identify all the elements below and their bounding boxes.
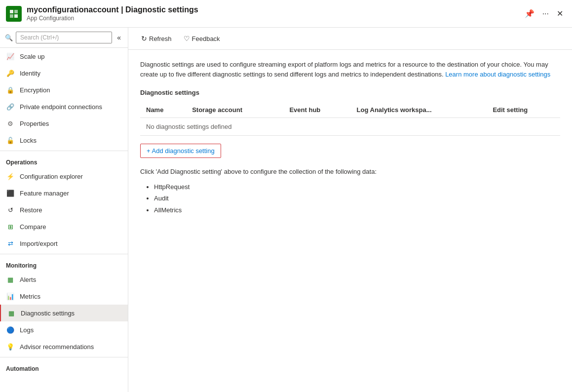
toolbar: ↻ Refresh ♡ Feedback (128, 28, 572, 50)
refresh-icon: ↻ (141, 35, 147, 42)
feedback-button[interactable]: ♡ Feedback (179, 32, 225, 45)
content-body: Diagnostic settings are used to configur… (128, 50, 572, 392)
col-loganalytics: Log Analytics workspa... (351, 102, 487, 118)
content-area: ↻ Refresh ♡ Feedback Diagnostic settings… (128, 28, 572, 392)
svg-rect-1 (14, 10, 18, 13)
add-diagnostic-setting-button[interactable]: + Add diagnostic setting (140, 144, 221, 158)
title-bar-actions: 📌 ··· ✕ (522, 7, 566, 20)
svg-rect-3 (14, 14, 18, 18)
sidebar-item-label: Configuration explorer (20, 173, 83, 180)
sidebar-item-label: Import/export (20, 240, 58, 247)
table-empty-row: No diagnostic settings defined (140, 118, 560, 136)
title-bar-text: myconfigurationaccount | Diagnostic sett… (27, 5, 522, 22)
section-automation: Automation (0, 359, 128, 374)
identity-icon: 🔑 (6, 69, 15, 78)
sidebar-divider-automation (0, 357, 128, 357)
diagnostic-icon: ▦ (7, 309, 16, 317)
restore-icon: ↺ (6, 205, 15, 214)
sidebar-item-config-explorer[interactable]: ⚡ Configuration explorer (0, 168, 128, 185)
import-icon: ⇄ (6, 239, 15, 248)
sidebar-item-private-endpoint[interactable]: 🔗 Private endpoint connections (0, 98, 128, 115)
compare-icon: ⊞ (6, 222, 15, 231)
properties-icon: ⚙ (6, 119, 15, 128)
feature-icon: ⬛ (6, 189, 15, 197)
sidebar-item-metrics[interactable]: 📊 Metrics (0, 288, 128, 305)
sidebar-item-label: Logs (20, 326, 34, 334)
list-item-httprequest: HttpRequest (154, 181, 560, 193)
col-eventhub: Event hub (283, 102, 350, 118)
metrics-icon: 📊 (6, 292, 15, 301)
sidebar-item-label: Alerts (20, 276, 36, 283)
scale-icon: 📈 (6, 52, 15, 61)
collapse-button[interactable]: « (115, 33, 123, 42)
diagnostic-settings-table: Name Storage account Event hub Log Analy… (140, 102, 560, 136)
sidebar-item-label: Compare (20, 223, 46, 231)
sidebar-item-locks[interactable]: 🔓 Locks (0, 132, 128, 149)
sidebar-item-logs[interactable]: 🔵 Logs (0, 321, 128, 338)
col-name: Name (140, 102, 186, 118)
refresh-label: Refresh (149, 35, 172, 42)
sidebar-item-label: Diagnostic settings (21, 310, 75, 317)
section-operations: Operations (0, 153, 128, 168)
main-layout: 🔍 « 📈 Scale up 🔑 Identity 🔒 Encryption 🔗… (0, 28, 572, 392)
locks-icon: 🔓 (6, 136, 15, 145)
refresh-button[interactable]: ↻ Refresh (136, 32, 177, 45)
description-text: Diagnostic settings are used to configur… (140, 60, 560, 79)
page-subtitle: App Configuration (27, 15, 74, 22)
more-options-button[interactable]: ··· (539, 7, 552, 20)
sidebar-item-restore[interactable]: ↺ Restore (0, 201, 128, 218)
sidebar-item-label: Advisor recommendations (20, 343, 94, 351)
sidebar-item-diagnostic-settings[interactable]: ▦ Diagnostic settings (0, 305, 128, 321)
pin-button[interactable]: 📌 (522, 7, 537, 20)
encryption-icon: 🔒 (6, 85, 15, 94)
sidebar-item-identity[interactable]: 🔑 Identity (0, 65, 128, 81)
sidebar-item-label: Encryption (20, 86, 50, 94)
sidebar-item-properties[interactable]: ⚙ Properties (0, 115, 128, 132)
diagnostic-settings-section-title: Diagnostic settings (140, 89, 560, 96)
sidebar-scroll: 📈 Scale up 🔑 Identity 🔒 Encryption 🔗 Pri… (0, 48, 128, 392)
list-item-allmetrics: AllMetrics (154, 204, 560, 216)
collect-items-list: HttpRequest Audit AllMetrics (140, 181, 560, 216)
learn-more-link[interactable]: Learn more about diagnostic settings (445, 71, 550, 78)
sidebar-item-label: Feature manager (20, 190, 69, 197)
title-bar: myconfigurationaccount | Diagnostic sett… (0, 0, 572, 28)
empty-message: No diagnostic settings defined (140, 118, 560, 136)
list-item-audit: Audit (154, 193, 560, 204)
sidebar-item-label: Scale up (20, 53, 45, 60)
sidebar-item-scale-up[interactable]: 📈 Scale up (0, 48, 128, 65)
sidebar-item-compare[interactable]: ⊞ Compare (0, 218, 128, 235)
search-input[interactable] (16, 32, 112, 43)
svg-rect-2 (10, 14, 13, 18)
sidebar-item-label: Identity (20, 70, 40, 77)
explorer-icon: ⚡ (6, 172, 15, 181)
col-storage: Storage account (186, 102, 283, 118)
sidebar-item-label: Properties (20, 120, 49, 127)
sidebar-item-alerts[interactable]: ▦ Alerts (0, 271, 128, 288)
sidebar-item-import-export[interactable]: ⇄ Import/export (0, 235, 128, 252)
sidebar-divider-operations (0, 151, 128, 151)
search-icon: 🔍 (5, 34, 13, 41)
sidebar-search-bar: 🔍 « (0, 28, 128, 48)
logs-icon: 🔵 (6, 325, 15, 334)
sidebar-item-advisor-recommendations[interactable]: 💡 Advisor recommendations (0, 338, 128, 355)
advisor-icon: 💡 (6, 342, 15, 351)
endpoint-icon: 🔗 (6, 102, 15, 111)
svg-rect-0 (10, 10, 13, 13)
sidebar-item-label: Locks (20, 137, 37, 144)
sidebar: 🔍 « 📈 Scale up 🔑 Identity 🔒 Encryption 🔗… (0, 28, 128, 392)
collect-description: Click 'Add Diagnostic setting' above to … (140, 168, 560, 175)
sidebar-item-feature-manager[interactable]: ⬛ Feature manager (0, 185, 128, 201)
alerts-icon: ▦ (6, 275, 15, 284)
sidebar-item-label: Private endpoint connections (20, 103, 102, 111)
feedback-label: Feedback (192, 35, 220, 42)
section-monitoring: Monitoring (0, 256, 128, 271)
sidebar-item-label: Restore (20, 206, 42, 214)
app-config-icon (6, 6, 22, 22)
sidebar-item-encryption[interactable]: 🔒 Encryption (0, 81, 128, 98)
feedback-icon: ♡ (184, 35, 190, 42)
sidebar-item-label: Metrics (20, 293, 40, 300)
close-button[interactable]: ✕ (554, 7, 566, 20)
page-title: myconfigurationaccount | Diagnostic sett… (27, 5, 522, 14)
sidebar-divider-monitoring (0, 254, 128, 254)
col-edit: Edit setting (487, 102, 560, 118)
